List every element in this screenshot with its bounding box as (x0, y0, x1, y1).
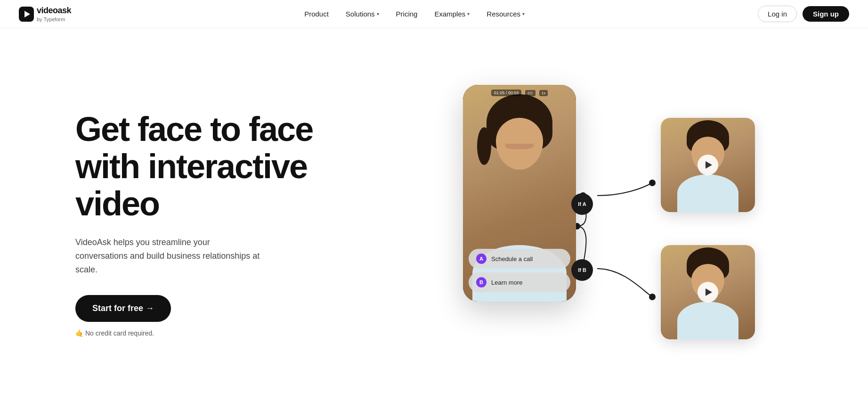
play-button-top[interactable] (698, 155, 718, 175)
thumb-top-shirt (677, 174, 738, 212)
choice-b-button[interactable]: B Learn more (469, 272, 570, 292)
play-icon-top (706, 161, 712, 169)
thumb-bot-shirt (677, 302, 738, 339)
phone-mockup: 01:05 / 00:03 CC 1x A Schedule a call B … (463, 85, 576, 302)
play-button-bottom[interactable] (698, 282, 718, 303)
choice-a-button[interactable]: A Schedule a call (469, 249, 570, 269)
if-a-node: If A (571, 193, 593, 215)
hero-content: Get face to face with interactive video … (75, 111, 320, 337)
nav-resources[interactable]: Resources ▾ (487, 10, 525, 18)
nav-solutions[interactable]: Solutions ▾ (346, 10, 379, 18)
hero-description: VideoAsk helps you streamline your conve… (75, 236, 264, 276)
brand-tagline: by Typeform (37, 16, 71, 22)
hero-section: Get face to face with interactive video … (0, 28, 868, 410)
nav-pricing[interactable]: Pricing (396, 10, 418, 18)
svg-point-4 (649, 180, 656, 186)
nav-examples[interactable]: Examples ▾ (434, 10, 470, 18)
phone-video-controls: 01:05 / 00:03 CC 1x (463, 90, 576, 96)
logo-icon (19, 7, 34, 22)
navbar: videoask by Typeform Product Solutions ▾… (0, 0, 868, 28)
svg-point-6 (649, 294, 656, 300)
nav-links: Product Solutions ▾ Pricing Examples ▾ R… (304, 10, 525, 18)
chevron-down-icon: ▾ (522, 11, 525, 16)
chevron-down-icon: ▾ (467, 11, 470, 16)
signup-button[interactable]: Sign up (803, 6, 849, 22)
phone-choices: A Schedule a call B Learn more (469, 249, 570, 292)
chevron-down-icon: ▾ (377, 11, 379, 16)
video-timer: 01:05 / 00:03 (491, 90, 522, 96)
nav-product[interactable]: Product (304, 10, 329, 18)
hero-illustration: If A If B 01:05 / 00:03 CC 1x A (435, 71, 811, 377)
branch-thumb-bottom (661, 245, 755, 339)
cc-button[interactable]: CC (525, 90, 535, 96)
speed-button[interactable]: 1x (539, 90, 548, 96)
login-button[interactable]: Log in (758, 6, 797, 22)
if-b-node: If B (571, 259, 593, 281)
phone-person-face (496, 118, 543, 170)
choice-b-letter: B (476, 277, 487, 287)
hero-title: Get face to face with interactive video (75, 111, 320, 223)
nav-actions: Log in Sign up (758, 6, 849, 22)
choice-a-text: Schedule a call (491, 255, 533, 262)
no-credit-card-notice: 🤙 No credit card required. (75, 329, 320, 337)
choice-a-letter: A (476, 254, 487, 264)
cta-button[interactable]: Start for free → (75, 295, 171, 322)
branch-thumb-top (661, 118, 755, 212)
play-icon-bottom (706, 288, 712, 296)
logo[interactable]: videoask by Typeform (19, 6, 71, 22)
brand-name: videoask (37, 6, 71, 15)
choice-b-text: Learn more (491, 279, 522, 286)
